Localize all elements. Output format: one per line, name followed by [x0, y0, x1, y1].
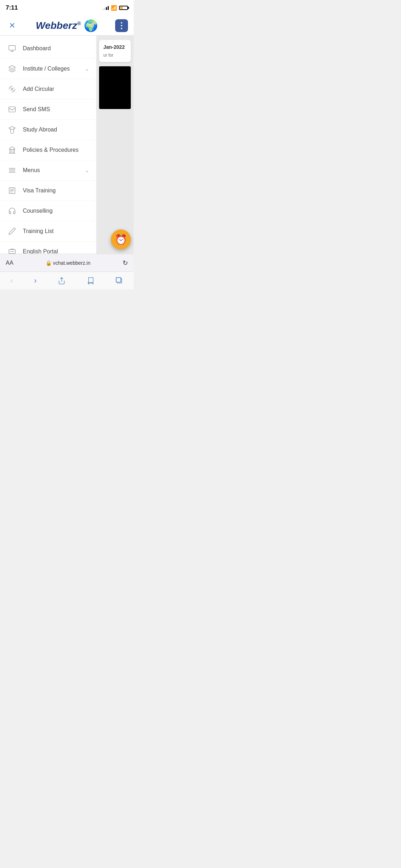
sidebar-label-dashboard: Dashboard	[23, 45, 89, 52]
font-size-control[interactable]: AA	[6, 260, 13, 266]
portal-icon	[7, 247, 17, 254]
refresh-button[interactable]: ↻	[123, 259, 128, 267]
sidebar-item-institute-colleges[interactable]: Institute / Colleges ⌄	[0, 59, 96, 79]
document-icon	[7, 186, 17, 196]
close-button[interactable]: ✕	[6, 19, 19, 32]
study-abroad-icon	[7, 125, 17, 135]
circular-icon	[7, 84, 17, 94]
sidebar-item-training-list[interactable]: Training List	[0, 221, 96, 242]
right-panel-date: Jan-2022	[103, 44, 127, 50]
sidebar-item-study-abroad[interactable]: Study Abroad	[0, 120, 96, 140]
logo: Webberz® 🌍	[36, 19, 98, 32]
monitor-icon	[7, 43, 17, 53]
sidebar-item-counselling[interactable]: Counselling	[0, 201, 96, 221]
tabs-button[interactable]	[113, 274, 126, 288]
back-button[interactable]: ‹	[7, 273, 16, 288]
right-panel-text: ur for	[103, 53, 127, 58]
lock-icon: 🔒	[46, 260, 52, 266]
alarm-button[interactable]: ⏰	[111, 229, 131, 249]
menu-lines-icon	[7, 165, 17, 175]
status-bar: 7:11 📶	[0, 0, 134, 16]
sidebar-item-english-portal[interactable]: English Portal	[0, 242, 96, 254]
forward-button[interactable]: ›	[31, 273, 40, 288]
sidebar-label-institute-colleges: Institute / Colleges	[23, 66, 85, 72]
svg-rect-1	[9, 107, 15, 112]
right-panel-card: Jan-2022 ur for	[99, 40, 131, 62]
sidebar-item-add-circular[interactable]: Add Circular	[0, 79, 96, 99]
share-button[interactable]	[55, 274, 68, 288]
url-display[interactable]: 🔒 vchat.webberz.in	[46, 260, 91, 266]
status-icons: 📶	[102, 5, 128, 11]
sidebar-label-counselling: Counselling	[23, 208, 89, 214]
sidebar-item-send-sms[interactable]: Send SMS	[0, 99, 96, 120]
sidebar-label-english-portal: English Portal	[23, 248, 89, 254]
right-panel-video	[99, 66, 131, 109]
sidebar-label-add-circular: Add Circular	[23, 86, 89, 92]
bookmarks-button[interactable]	[84, 274, 97, 288]
sms-icon	[7, 104, 17, 114]
sidebar-label-policies-procedures: Policies & Procedures	[23, 147, 89, 153]
menu-dot-3	[121, 28, 122, 29]
sidebar-item-visa-training[interactable]: Visa Training	[0, 181, 96, 201]
bank-icon	[7, 145, 17, 155]
url-text: vchat.webberz.in	[53, 260, 91, 266]
sidebar-menu: Dashboard Institute / Colleges ⌄ Add Cir…	[0, 36, 96, 254]
status-time: 7:11	[6, 4, 18, 11]
sidebar-label-training-list: Training List	[23, 228, 89, 234]
menu-dot-1	[121, 22, 122, 24]
pencil-icon	[7, 226, 17, 236]
signal-icon	[102, 6, 109, 10]
sidebar-label-menus: Menus	[23, 167, 85, 174]
chevron-down-icon-menus: ⌄	[85, 167, 89, 173]
header: ✕ Webberz® 🌍	[0, 16, 134, 36]
svg-rect-10	[9, 250, 15, 254]
logo-text: Webberz®	[36, 20, 81, 31]
content-area: Dashboard Institute / Colleges ⌄ Add Cir…	[0, 36, 134, 254]
chevron-down-icon: ⌄	[85, 66, 89, 72]
sidebar-label-study-abroad: Study Abroad	[23, 126, 89, 133]
menu-dot-2	[121, 25, 122, 26]
url-bar: AA 🔒 vchat.webberz.in ↻	[0, 254, 134, 272]
sidebar-item-dashboard[interactable]: Dashboard	[0, 38, 96, 59]
graduation-icon	[7, 64, 17, 74]
svg-rect-0	[9, 46, 15, 50]
sidebar-label-send-sms: Send SMS	[23, 106, 89, 113]
right-panel: Jan-2022 ur for ⏰	[96, 36, 134, 254]
sidebar-item-policies-procedures[interactable]: Policies & Procedures	[0, 140, 96, 160]
wifi-icon: 📶	[111, 5, 117, 11]
battery-icon	[119, 6, 128, 10]
svg-rect-19	[116, 277, 120, 282]
headset-icon	[7, 206, 17, 216]
sidebar-item-menus[interactable]: Menus ⌄	[0, 160, 96, 181]
logo-globe: 🌍	[84, 19, 98, 32]
sidebar-label-visa-training: Visa Training	[23, 187, 89, 194]
bottom-navigation: ‹ ›	[0, 272, 134, 289]
header-menu-button[interactable]	[115, 19, 128, 32]
